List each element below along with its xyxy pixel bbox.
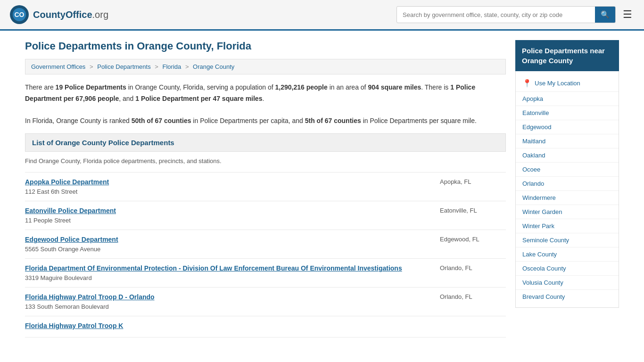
sidebar-header: Police Departments near Orange County — [515, 40, 619, 71]
dept-address: 11 People Street — [25, 217, 71, 224]
sidebar-item-apopka[interactable]: Apopka — [516, 92, 619, 106]
logo-icon: CO — [9, 5, 29, 25]
sidebar-item-oakland[interactable]: Oakland — [516, 148, 619, 163]
dept-city: Orlando, FL — [430, 264, 506, 272]
use-my-location-link[interactable]: Use My Location — [535, 80, 580, 87]
page-title: Police Departments in Orange County, Flo… — [25, 40, 506, 52]
dept-left: Florida Highway Patrol Troop D - Orlando… — [25, 293, 430, 310]
search-input[interactable] — [397, 8, 595, 22]
table-row: Eatonville Police Department 11 People S… — [25, 201, 506, 230]
sidebar-item-windermere[interactable]: Windermere — [516, 191, 619, 205]
sidebar-item-brevard-county[interactable]: Brevard County — [516, 290, 619, 304]
dept-city: Orlando, FL — [430, 293, 506, 300]
table-row: Apopka Police Department 112 East 6th St… — [25, 172, 506, 201]
search-button[interactable]: 🔍 — [595, 7, 615, 23]
dept-left: Edgewood Police Department 5565 South Or… — [25, 236, 430, 253]
dept-address: 112 East 6th Street — [25, 188, 77, 195]
breadcrumb-sep-1: > — [90, 63, 93, 70]
sidebar-item-maitland[interactable]: Maitland — [516, 134, 619, 148]
dept-left: Eatonville Police Department 11 People S… — [25, 207, 430, 224]
header-right: 🔍 ☰ — [396, 6, 635, 23]
breadcrumb-link-florida[interactable]: Florida — [163, 63, 182, 70]
site-header: CO CountyOffice.org 🔍 ☰ — [0, 0, 644, 31]
sidebar-item-winter-park[interactable]: Winter Park — [516, 219, 619, 233]
breadcrumb-sep-2: > — [155, 63, 158, 70]
breadcrumb-link-orange[interactable]: Orange County — [193, 63, 234, 70]
dept-name-link[interactable]: Florida Department Of Environmental Prot… — [25, 264, 430, 272]
sidebar-item-orlando[interactable]: Orlando — [516, 177, 619, 191]
svg-text:CO: CO — [15, 11, 25, 18]
logo-area: CO CountyOffice.org — [9, 5, 108, 25]
sidebar-item-seminole-county[interactable]: Seminole County — [516, 233, 619, 247]
menu-button[interactable]: ☰ — [620, 7, 635, 22]
search-box: 🔍 — [396, 6, 616, 23]
sidebar-item-volusia-county[interactable]: Volusia County — [516, 276, 619, 290]
description-block: There are 19 Police Departments in Orang… — [25, 82, 506, 127]
table-row: Florida Highway Patrol Troop K — [25, 316, 506, 337]
main-container: Police Departments in Orange County, Flo… — [16, 31, 628, 347]
table-row: Florida Department Of Environmental Prot… — [25, 258, 506, 287]
breadcrumb: Government Offices > Police Departments … — [25, 59, 506, 74]
dept-address: 133 South Semoran Boulevard — [25, 303, 109, 310]
dept-name-link[interactable]: Florida Highway Patrol Troop K — [25, 322, 430, 329]
sidebar-item-eatonville[interactable]: Eatonville — [516, 106, 619, 120]
logo-text: CountyOffice.org — [33, 9, 108, 20]
dept-left: Florida Highway Patrol Troop K — [25, 322, 430, 331]
breadcrumb-link-govt[interactable]: Government Offices — [31, 63, 85, 70]
dept-name-link[interactable]: Edgewood Police Department — [25, 236, 430, 243]
sidebar-item-winter-garden[interactable]: Winter Garden — [516, 205, 619, 219]
sidebar-item-lake-county[interactable]: Lake County — [516, 247, 619, 262]
dept-name-link[interactable]: Apopka Police Department — [25, 178, 430, 186]
dept-address: 3319 Maguire Boulevard — [25, 274, 92, 281]
sidebar-item-osceola-county[interactable]: Osceola County — [516, 262, 619, 276]
sidebar-location: 📍 Use My Location — [516, 75, 619, 92]
departments-list: Apopka Police Department 112 East 6th St… — [25, 172, 506, 337]
dept-city: Edgewood, FL — [430, 236, 506, 243]
dept-name-link[interactable]: Florida Highway Patrol Troop D - Orlando — [25, 293, 430, 301]
sidebar-item-ocoee[interactable]: Ocoee — [516, 163, 619, 177]
table-row: Florida Highway Patrol Troop D - Orlando… — [25, 287, 506, 316]
dept-address: 5565 South Orange Avenue — [25, 246, 100, 253]
list-header: List of Orange County Police Departments — [25, 133, 506, 152]
sidebar-item-edgewood[interactable]: Edgewood — [516, 120, 619, 134]
sidebar-body: 📍 Use My Location Apopka Eatonville Edge… — [515, 71, 619, 308]
dept-left: Florida Department Of Environmental Prot… — [25, 264, 430, 281]
sidebar: Police Departments near Orange County 📍 … — [515, 40, 619, 337]
list-description: Find Orange County, Florida police depar… — [25, 157, 506, 165]
dept-city: Eatonville, FL — [430, 207, 506, 214]
location-pin-icon: 📍 — [522, 79, 532, 88]
table-row: Edgewood Police Department 5565 South Or… — [25, 230, 506, 258]
dept-name-link[interactable]: Eatonville Police Department — [25, 207, 430, 214]
breadcrumb-sep-3: > — [185, 63, 189, 70]
breadcrumb-link-police[interactable]: Police Departments — [97, 63, 150, 70]
content-area: Police Departments in Orange County, Flo… — [25, 40, 506, 337]
dept-city: Apopka, FL — [430, 178, 506, 185]
dept-left: Apopka Police Department 112 East 6th St… — [25, 178, 430, 195]
